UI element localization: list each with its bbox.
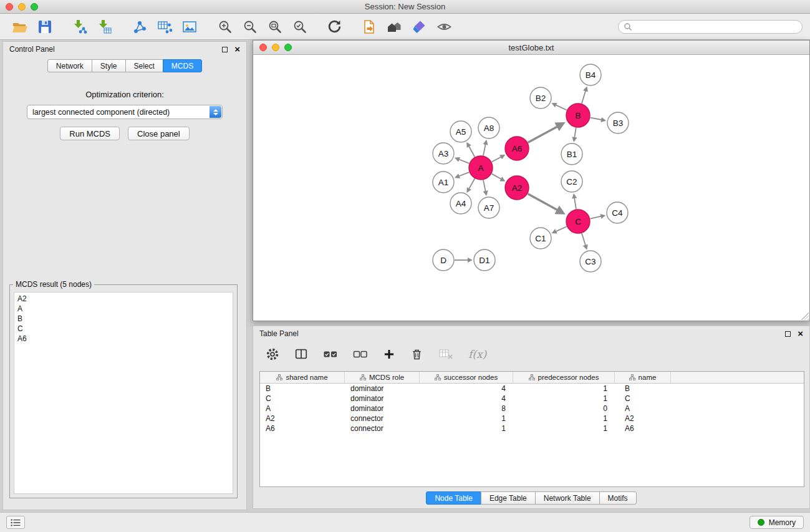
close-table-panel-icon[interactable]: × (798, 330, 803, 337)
edge-B-B2[interactable] (553, 104, 567, 110)
edge-B-B3[interactable] (591, 118, 605, 120)
maximize-window-button[interactable] (31, 3, 38, 11)
node-A1[interactable]: A1 (433, 172, 454, 193)
node-B[interactable]: B (566, 104, 590, 127)
edge-A-A5[interactable] (467, 143, 475, 157)
edge-B-B4[interactable] (582, 88, 587, 104)
node-C1[interactable]: C1 (530, 228, 551, 249)
zoom-out-button[interactable] (237, 16, 262, 37)
show-hide-button[interactable] (432, 16, 456, 37)
node-D[interactable]: D (433, 249, 454, 271)
network-maximize-button[interactable] (284, 44, 292, 51)
close-panel-button[interactable]: Close panel (128, 127, 190, 140)
node-A7[interactable]: A7 (478, 197, 499, 218)
resize-grip[interactable] (801, 312, 809, 320)
node-A2[interactable]: A2 (505, 176, 529, 200)
export-image-button[interactable] (177, 16, 202, 37)
import-network-file-button[interactable] (67, 16, 92, 37)
mcds-result-item[interactable]: A6 (17, 334, 229, 344)
select-all-button[interactable] (323, 348, 338, 360)
save-session-button[interactable] (32, 16, 57, 37)
add-row-button[interactable] (383, 348, 395, 360)
mcds-result-item[interactable]: B (17, 314, 229, 324)
edge-C-C4[interactable] (591, 216, 604, 219)
edge-A-A7[interactable] (483, 180, 486, 195)
network-canvas[interactable]: B4B2BB3A5A8A6A3B1AA1C2A2A4A7C4CC1C3DD1 (253, 55, 809, 321)
column-header-successor-nodes[interactable]: successor nodes (420, 372, 513, 383)
table-row[interactable]: A2connector11A2 (260, 414, 804, 423)
edge-A-A1[interactable] (456, 172, 469, 177)
network-close-button[interactable] (259, 44, 267, 51)
edge-C-C2[interactable] (574, 195, 576, 209)
node-C4[interactable]: C4 (607, 202, 628, 223)
network-window-titlebar[interactable]: testGlobe.txt (253, 41, 809, 55)
table-row[interactable]: Bdominator41B (260, 384, 804, 394)
mcds-result-item[interactable]: A2 (17, 294, 229, 304)
tab-network[interactable]: Network (47, 59, 92, 72)
node-A5[interactable]: A5 (450, 121, 471, 142)
tab-node-table[interactable]: Node Table (426, 491, 481, 505)
node-A4[interactable]: A4 (450, 193, 471, 214)
home-view-button[interactable] (382, 16, 407, 37)
open-session-button[interactable] (7, 16, 32, 37)
table-row[interactable]: Adominator80A (260, 404, 804, 414)
edge-C-C1[interactable] (553, 226, 567, 233)
delete-table-button[interactable] (438, 348, 453, 360)
column-visibility-button[interactable] (294, 347, 308, 361)
node-A6[interactable]: A6 (505, 137, 529, 160)
node-C[interactable]: C (566, 210, 590, 233)
unselect-all-button[interactable] (353, 348, 368, 360)
memory-button[interactable]: Memory (750, 516, 804, 529)
run-mcds-button[interactable]: Run MCDS (60, 127, 120, 140)
node-A[interactable]: A (469, 156, 493, 180)
edge-A2-C[interactable] (528, 194, 563, 213)
node-B4[interactable]: B4 (580, 64, 601, 85)
tab-mcds[interactable]: MCDS (163, 59, 202, 72)
import-table-file-button[interactable] (92, 16, 117, 37)
zoom-selected-button[interactable] (287, 16, 312, 37)
function-builder-button[interactable]: f(x) (468, 348, 486, 360)
table-settings-button[interactable] (266, 347, 279, 361)
new-network-button[interactable] (127, 16, 152, 37)
float-panel-icon[interactable] (222, 47, 228, 52)
network-minimize-button[interactable] (272, 44, 279, 51)
edge-A-A8[interactable] (483, 141, 486, 155)
edge-A-A4[interactable] (468, 178, 475, 191)
column-header-shared-name[interactable]: shared name (260, 372, 345, 383)
column-header-predecessor-nodes[interactable]: predecessor nodes (513, 372, 615, 383)
column-header-MCDS-role[interactable]: MCDS role (345, 372, 420, 383)
tab-edge-table[interactable]: Edge Table (481, 491, 536, 505)
node-A8[interactable]: A8 (478, 117, 499, 138)
mcds-result-list[interactable]: A2ABCA6 (14, 292, 233, 494)
edge-A-A2[interactable] (492, 174, 504, 181)
node-B3[interactable]: B3 (607, 112, 629, 133)
open-recent-button[interactable] (357, 16, 382, 37)
node-C3[interactable]: C3 (580, 251, 601, 272)
node-A3[interactable]: A3 (433, 143, 454, 164)
task-history-button[interactable] (6, 516, 25, 529)
search-input[interactable] (618, 20, 803, 34)
close-panel-icon[interactable]: × (234, 46, 240, 53)
minimize-window-button[interactable] (18, 3, 26, 11)
edge-B-B1[interactable] (574, 128, 576, 141)
optimization-criterion-dropdown[interactable]: largest connected component (directed) (27, 105, 223, 119)
node-B1[interactable]: B1 (561, 143, 582, 165)
column-header-name[interactable]: name (615, 372, 671, 383)
zoom-fit-button[interactable] (262, 16, 287, 37)
new-table-button[interactable] (152, 16, 177, 37)
style-brush-button[interactable] (407, 16, 432, 37)
close-window-button[interactable] (6, 3, 13, 11)
float-table-panel-icon[interactable] (785, 331, 791, 337)
mcds-result-item[interactable]: A (17, 304, 229, 314)
tab-style[interactable]: Style (92, 59, 126, 72)
edge-A6-B[interactable] (528, 123, 563, 142)
edge-C-C3[interactable] (582, 233, 587, 248)
node-C2[interactable]: C2 (561, 171, 582, 192)
edge-A-A3[interactable] (456, 158, 469, 163)
node-B2[interactable]: B2 (530, 87, 551, 109)
edge-A-A6[interactable] (492, 155, 504, 162)
tab-network-table[interactable]: Network Table (535, 491, 600, 505)
tab-select[interactable]: Select (125, 59, 163, 72)
delete-rows-button[interactable] (410, 347, 423, 361)
tab-motifs[interactable]: Motifs (599, 491, 637, 505)
